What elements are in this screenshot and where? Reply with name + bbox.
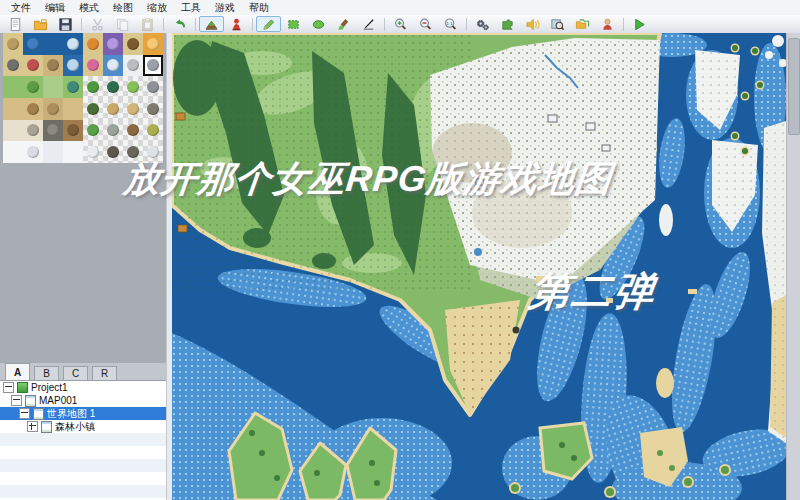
database-button[interactable] [470,16,495,32]
expander-plus-icon[interactable] [27,421,38,432]
palette-tile-39[interactable] [143,120,163,142]
map-mode-button[interactable] [199,16,224,32]
project-map-tree: Project1MAP001世界地图 1森林小镇 [0,380,166,500]
tile-glyph [107,124,119,136]
palette-tile-16[interactable] [3,76,23,98]
tree-item-3[interactable]: 世界地图 1 [0,407,166,420]
palette-tile-3[interactable] [63,33,83,55]
event-mode-button[interactable] [224,16,249,32]
palette-tile-24[interactable] [3,98,23,120]
tree-item-1[interactable]: Project1 [0,381,166,394]
map-canvas[interactable] [172,33,786,500]
sound-test-button[interactable] [520,16,545,32]
palette-tile-37[interactable] [103,120,123,142]
palette-tile-33[interactable] [23,120,43,142]
palette-tile-42[interactable] [43,141,63,163]
zoom-out-button[interactable] [413,16,438,32]
pencil-tool-button[interactable] [256,16,281,32]
palette-tile-38[interactable] [123,120,143,142]
palette-tile-12[interactable] [83,55,103,77]
palette-tile-20[interactable] [83,76,103,98]
palette-tile-41[interactable] [23,141,43,163]
cut-button[interactable] [85,16,110,32]
undo-button[interactable] [167,16,192,32]
palette-tile-14[interactable] [123,55,143,77]
palette-tile-34[interactable] [43,120,63,142]
palette-tab-c[interactable]: C [63,366,88,380]
palette-tile-13[interactable] [103,55,123,77]
palette-tile-4[interactable] [83,33,103,55]
palette-tile-18[interactable] [43,76,63,98]
palette-tab-r[interactable]: R [92,366,117,380]
palette-tile-32[interactable] [3,120,23,142]
shadow-pen-tool-button[interactable] [356,16,381,32]
palette-tile-22[interactable] [123,76,143,98]
tree-item-4[interactable]: 森林小镇 [0,420,166,433]
palette-tile-2[interactable] [43,33,63,55]
map-vertical-scrollbar[interactable] [786,33,800,500]
menu-item-1[interactable]: 文件 [4,0,38,16]
save-project-button[interactable] [53,16,78,32]
copy-button[interactable] [110,16,135,32]
palette-tile-27[interactable] [63,98,83,120]
palette-tile-0[interactable] [3,33,23,55]
menu-item-4[interactable]: 绘图 [106,0,140,16]
palette-tile-46[interactable] [123,141,143,163]
menu-item-8[interactable]: 帮助 [242,0,276,16]
palette-tile-45[interactable] [103,141,123,163]
expander-minus-icon[interactable] [3,382,14,393]
toolbar-separator [252,18,253,31]
playtest-button[interactable] [627,16,652,32]
palette-tile-25[interactable] [23,98,43,120]
zoom-actual-size-button[interactable]: 1:1 [438,16,463,32]
palette-tile-36[interactable] [83,120,103,142]
palette-tile-40[interactable] [3,141,23,163]
palette-tile-6[interactable] [123,33,143,55]
palette-tile-11[interactable] [63,55,83,77]
palette-tile-35[interactable] [63,120,83,142]
palette-tile-28[interactable] [83,98,103,120]
menu-item-6[interactable]: 工具 [174,0,208,16]
new-map-button[interactable] [3,16,28,32]
tree-item-2[interactable]: MAP001 [0,394,166,407]
palette-tile-23[interactable] [143,76,163,98]
rectangle-tool-button[interactable] [281,16,306,32]
palette-tile-15[interactable] [143,55,163,77]
flood-fill-tool-button[interactable] [331,16,356,32]
palette-tab-b[interactable]: B [34,366,59,380]
palette-tile-9[interactable] [23,55,43,77]
ellipse-tool-button[interactable] [306,16,331,32]
resource-manager-button[interactable] [570,16,595,32]
menu-item-5[interactable]: 缩放 [140,0,174,16]
palette-tile-7[interactable] [143,33,163,55]
palette-tile-21[interactable] [103,76,123,98]
scrollbar-thumb[interactable] [788,38,800,135]
palette-tile-30[interactable] [123,98,143,120]
palette-tile-31[interactable] [143,98,163,120]
palette-tile-19[interactable] [63,76,83,98]
expander-minus-icon[interactable] [11,395,22,406]
paste-button[interactable] [135,16,160,32]
tile-glyph [7,59,19,71]
palette-tile-47[interactable] [143,141,163,163]
palette-tile-17[interactable] [23,76,43,98]
tile-glyph [107,146,119,158]
palette-tile-8[interactable] [3,55,23,77]
palette-tile-5[interactable] [103,33,123,55]
event-search-button[interactable] [545,16,570,32]
zoom-in-button[interactable] [388,16,413,32]
palette-tile-1[interactable] [23,33,43,55]
palette-tile-29[interactable] [103,98,123,120]
character-generator-button[interactable] [595,16,620,32]
expander-minus-icon[interactable] [19,408,30,419]
palette-tab-a[interactable]: A [5,363,30,380]
palette-tile-43[interactable] [63,141,83,163]
palette-tile-44[interactable] [83,141,103,163]
palette-tile-10[interactable] [43,55,63,77]
materials-button[interactable] [495,16,520,32]
open-project-button[interactable] [28,16,53,32]
menu-item-7[interactable]: 游戏 [208,0,242,16]
palette-tile-26[interactable] [43,98,63,120]
menu-item-3[interactable]: 模式 [72,0,106,16]
menu-item-2[interactable]: 编辑 [38,0,72,16]
